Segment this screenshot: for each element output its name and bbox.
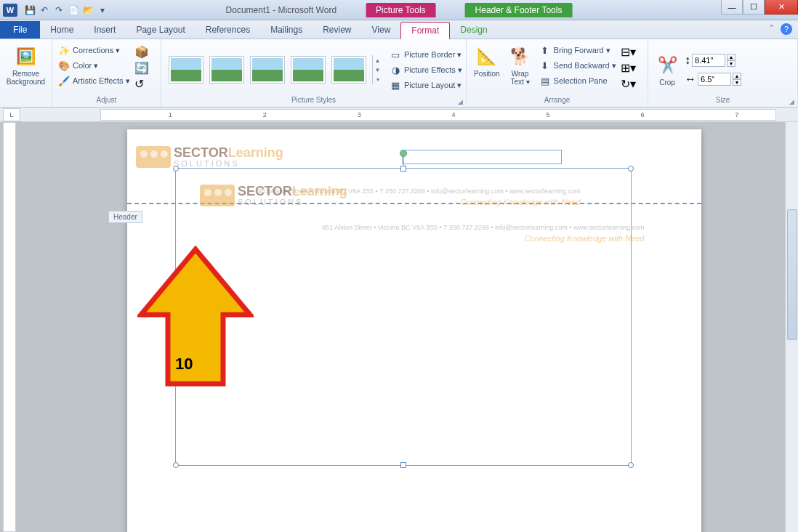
logo-text-sector: SECTOR: [174, 145, 228, 160]
picture-style-thumb[interactable]: [331, 56, 366, 84]
ruler-bar: L 1234567: [0, 108, 798, 122]
compress-pictures-icon[interactable]: 📦: [134, 45, 149, 59]
border-icon: ▭: [390, 49, 401, 60]
gallery-more-button[interactable]: ▲▼▾: [372, 55, 382, 84]
picture-style-thumb[interactable]: [209, 56, 244, 84]
company-logo-icon: [136, 146, 171, 168]
qat-redo-icon[interactable]: ↷: [52, 4, 65, 17]
picture-border-menu[interactable]: ▭Picture Border ▾: [388, 48, 464, 61]
group-label-picture-styles: Picture Styles◢: [166, 96, 462, 105]
qat-new-icon[interactable]: 📄: [67, 4, 80, 17]
color-icon: 🎨: [58, 60, 70, 71]
letterhead-image-copy: SECTORLearning SOLUTIONS: [200, 184, 347, 206]
corrections-menu[interactable]: ✨Corrections ▾: [57, 44, 132, 57]
reset-picture-icon[interactable]: ↺: [134, 77, 149, 91]
artistic-effects-menu[interactable]: 🖌️Artistic Effects ▾: [57, 74, 132, 87]
tab-design[interactable]: Design: [450, 21, 497, 39]
qat-customize-icon[interactable]: ▾: [96, 4, 109, 17]
dialog-launcher-icon[interactable]: ◢: [458, 98, 463, 105]
tab-references[interactable]: References: [196, 21, 260, 39]
group-label-adjust: Adjust: [57, 96, 156, 105]
bring-forward-icon: ⬆: [539, 44, 551, 56]
tab-mailings[interactable]: Mailings: [260, 21, 313, 39]
width-up[interactable]: ▲: [733, 73, 741, 79]
remove-bg-label1: Remove: [12, 70, 39, 78]
tab-selector[interactable]: L: [3, 108, 20, 121]
document-area: Header SECTORLearning SOLUTIONS 951 Alst…: [0, 122, 785, 532]
word-app-icon: W: [3, 4, 17, 17]
crop-button[interactable]: ✂️ Crop: [653, 52, 682, 88]
width-icon: ↔: [685, 73, 696, 86]
dialog-launcher-icon[interactable]: ◢: [789, 98, 794, 105]
minimize-button[interactable]: —: [721, 0, 743, 15]
inner-picture-selection[interactable]: [402, 150, 562, 164]
group-icon[interactable]: ⊞▾: [621, 61, 636, 75]
maximize-button[interactable]: ☐: [743, 0, 765, 15]
letterhead-image: SECTORLearning SOLUTIONS: [136, 145, 283, 168]
vertical-scrollbar[interactable]: [785, 122, 798, 532]
crop-icon: ✂️: [656, 54, 679, 77]
tab-home[interactable]: Home: [40, 21, 84, 39]
remove-background-icon: 🖼️: [15, 45, 38, 68]
width-down[interactable]: ▼: [733, 79, 741, 86]
tab-format[interactable]: Format: [400, 22, 450, 39]
position-button[interactable]: 📐 Position: [471, 44, 503, 79]
tab-view[interactable]: View: [362, 21, 401, 39]
wrap-text-button[interactable]: 🐕 WrapText ▾: [506, 44, 535, 87]
picture-style-gallery: ▲▼▾: [166, 51, 385, 89]
corrections-icon: ✨: [58, 44, 70, 56]
picture-layout-menu[interactable]: ▦Picture Layout ▾: [388, 78, 464, 92]
horizontal-ruler[interactable]: 1234567: [100, 109, 776, 121]
color-menu[interactable]: 🎨Color ▾: [57, 59, 132, 72]
tab-page-layout[interactable]: Page Layout: [126, 21, 195, 39]
header-tag[interactable]: Header: [108, 211, 142, 223]
title-center: Document1 - Microsoft Word Picture Tools…: [226, 3, 573, 17]
group-label-blank: [4, 96, 47, 105]
change-picture-icon[interactable]: 🔄: [134, 61, 149, 75]
resize-handle[interactable]: [400, 462, 406, 468]
vertical-ruler[interactable]: [3, 122, 16, 532]
logo-text-learning: Learning: [228, 145, 283, 160]
send-backward-menu[interactable]: ⬇Send Backward ▾: [538, 59, 618, 72]
tab-review[interactable]: Review: [313, 21, 361, 39]
page[interactable]: Header SECTORLearning SOLUTIONS 951 Alst…: [127, 129, 701, 532]
resize-handle[interactable]: [400, 166, 406, 172]
picture-style-thumb[interactable]: [169, 56, 203, 84]
selection-pane-icon: ▤: [539, 75, 551, 86]
document-title: Document1 - Microsoft Word: [226, 5, 337, 15]
height-up[interactable]: ▲: [727, 54, 735, 60]
company-logo-icon: [200, 185, 235, 206]
selection-pane-button[interactable]: ▤Selection Pane: [538, 74, 618, 87]
width-input[interactable]: [698, 73, 731, 86]
qat-undo-icon[interactable]: ↶: [38, 4, 51, 17]
scrollbar-thumb[interactable]: [787, 209, 797, 340]
bring-forward-menu[interactable]: ⬆Bring Forward ▾: [538, 44, 618, 57]
group-label-size: Size◢: [653, 96, 793, 105]
window-controls: — ☐ ✕: [721, 0, 798, 15]
tab-insert[interactable]: Insert: [84, 21, 126, 39]
resize-handle[interactable]: [628, 462, 634, 468]
rotate-icon[interactable]: ↻▾: [621, 77, 636, 91]
arrow-icon: [137, 246, 254, 391]
effects-icon: ◑: [390, 64, 401, 76]
qat-save-icon[interactable]: 💾: [23, 4, 36, 17]
picture-effects-menu[interactable]: ◑Picture Effects ▾: [388, 63, 464, 76]
remove-bg-label2: Background: [7, 78, 45, 86]
annotation-arrow: 10: [137, 246, 254, 391]
qat-open-icon[interactable]: 📂: [81, 4, 94, 17]
height-down[interactable]: ▼: [727, 60, 735, 67]
position-icon: 📐: [475, 45, 499, 68]
help-icon[interactable]: ?: [781, 23, 792, 35]
quick-access-toolbar: 💾 ↶ ↷ 📄 📂 ▾: [23, 4, 109, 17]
tab-file[interactable]: File: [0, 21, 40, 39]
minimize-ribbon-icon[interactable]: ⌃: [768, 23, 775, 35]
picture-style-thumb[interactable]: [291, 56, 326, 84]
close-button[interactable]: ✕: [765, 0, 798, 15]
align-icon[interactable]: ⊟▾: [621, 45, 636, 59]
remove-background-button[interactable]: 🖼️ RemoveBackground: [4, 44, 48, 87]
resize-handle[interactable]: [628, 166, 634, 172]
resize-handle[interactable]: [173, 462, 179, 468]
picture-style-thumb[interactable]: [250, 56, 285, 84]
height-input[interactable]: [692, 54, 725, 67]
arrow-number: 10: [175, 355, 193, 374]
